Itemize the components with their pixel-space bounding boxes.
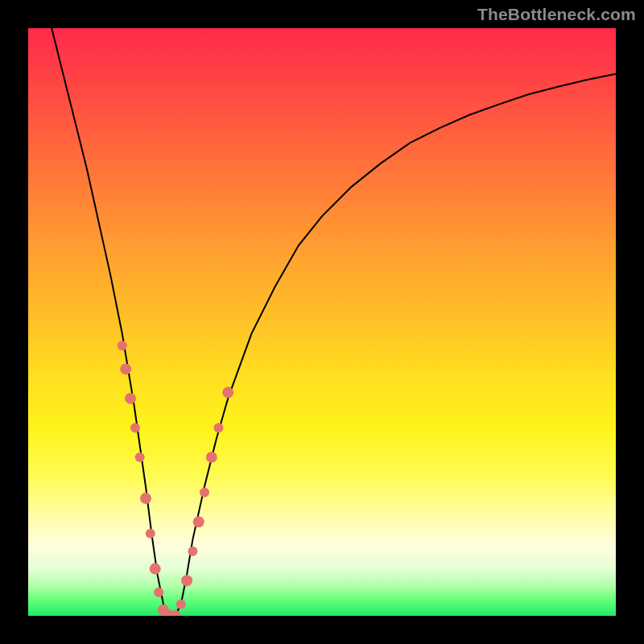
sample-dot bbox=[146, 529, 155, 539]
sample-dot bbox=[120, 363, 131, 374]
sample-dot bbox=[214, 423, 224, 432]
plot-area bbox=[28, 28, 616, 616]
sample-dot bbox=[150, 564, 161, 575]
chart-svg bbox=[28, 28, 616, 616]
sample-dot bbox=[222, 387, 233, 398]
sample-dot bbox=[206, 452, 217, 463]
bottleneck-curve bbox=[52, 28, 616, 616]
dots-layer bbox=[118, 341, 233, 616]
sample-dot bbox=[125, 393, 136, 404]
sample-dot bbox=[154, 588, 163, 597]
sample-dot bbox=[176, 599, 186, 609]
outer-frame: TheBottleneck.com bbox=[0, 0, 644, 644]
sample-dot bbox=[135, 452, 145, 462]
sample-dot bbox=[140, 493, 151, 504]
sample-dot bbox=[200, 488, 209, 497]
sample-dot bbox=[130, 423, 140, 432]
sample-dot bbox=[193, 516, 204, 527]
sample-dot bbox=[188, 547, 197, 556]
sample-dot bbox=[181, 575, 192, 586]
sample-dot bbox=[118, 341, 127, 350]
watermark-text: TheBottleneck.com bbox=[477, 5, 636, 24]
